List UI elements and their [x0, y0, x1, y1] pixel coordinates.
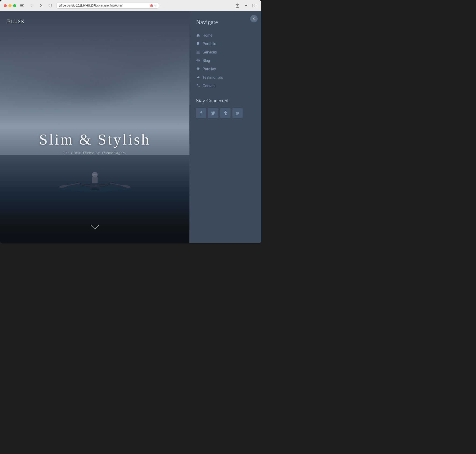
nav-item-testimonials: Testimonials — [196, 73, 255, 82]
browser-content: Flusk — [0, 11, 261, 243]
navigation-sidebar: × Navigate Home — [189, 11, 261, 243]
nav-item-blog: W Blog — [196, 57, 255, 65]
nav-item-home: Home — [196, 31, 255, 40]
svg-rect-14 — [196, 52, 200, 52]
back-button[interactable] — [28, 2, 35, 9]
hero-title: Slim & Stylish — [0, 131, 189, 148]
hero-background — [0, 11, 189, 243]
svg-rect-10 — [92, 177, 98, 183]
site-logo[interactable]: Flusk — [7, 18, 25, 25]
nav-link-portfolio[interactable]: Portfolio — [196, 42, 255, 46]
nav-link-services[interactable]: Services — [196, 50, 255, 54]
nav-link-parallax[interactable]: Parallax — [196, 67, 255, 71]
share-button[interactable] — [234, 2, 241, 9]
nav-label-blog: Blog — [203, 59, 210, 63]
navigate-heading: Navigate — [196, 19, 255, 26]
bookmark-icon — [196, 42, 200, 46]
traffic-lights — [4, 4, 16, 7]
twitter-button[interactable] — [208, 108, 218, 118]
nav-label-parallax: Parallax — [203, 67, 216, 71]
address-bar[interactable]: s/free-bundle-2023/046%20Flusk-master/in… — [56, 3, 159, 9]
maximize-traffic-light[interactable] — [13, 4, 16, 7]
hero-section: Flusk — [0, 11, 189, 243]
forward-button[interactable] — [38, 2, 44, 9]
url-text: s/free-bundle-2023/046%20Flusk-master/in… — [59, 4, 149, 7]
nav-item-parallax: Parallax — [196, 65, 255, 73]
facebook-button[interactable] — [196, 108, 206, 118]
nav-list: Home Portfolio — [196, 31, 255, 90]
nav-link-home[interactable]: Home — [196, 33, 255, 38]
google-plus-button[interactable]: g+ — [232, 108, 243, 118]
nav-link-contact[interactable]: Contact — [196, 84, 255, 88]
scroll-down-indicator[interactable] — [91, 225, 99, 231]
close-nav-button[interactable]: × — [250, 15, 258, 23]
nav-link-testimonials[interactable]: Testimonials — [196, 76, 255, 80]
svg-point-7 — [59, 184, 68, 188]
nav-label-testimonials: Testimonials — [203, 76, 223, 80]
svg-rect-0 — [20, 4, 24, 5]
svg-text:W: W — [197, 60, 199, 62]
svg-rect-2 — [20, 7, 24, 7]
svg-point-9 — [122, 184, 131, 188]
nav-link-blog[interactable]: W Blog — [196, 59, 255, 63]
nav-label-services: Services — [203, 50, 217, 54]
hero-text-block: Slim & Stylish The Flusk Theme By ThemeW… — [0, 131, 189, 155]
new-tab-button[interactable]: + — [243, 2, 249, 9]
nav-label-home: Home — [203, 33, 212, 38]
sidebar-toggle-button[interactable] — [19, 2, 25, 9]
svg-rect-1 — [20, 5, 23, 6]
minimize-traffic-light[interactable] — [8, 4, 11, 7]
home-icon — [196, 34, 200, 38]
phone-icon — [196, 84, 200, 88]
svg-rect-3 — [252, 4, 256, 7]
nav-item-services: Services — [196, 48, 255, 57]
svg-rect-15 — [196, 53, 200, 53]
nav-item-contact: Contact — [196, 82, 255, 90]
shield-icon — [47, 2, 53, 9]
sidebar-button[interactable] — [251, 2, 258, 9]
thumbsup-icon — [196, 76, 200, 80]
nav-item-portfolio: Portfolio — [196, 40, 255, 48]
social-icons-group: g+ — [196, 108, 255, 118]
nav-label-contact: Contact — [203, 84, 215, 88]
tumblr-button[interactable] — [220, 108, 231, 118]
blog-icon: W — [196, 59, 200, 63]
browser-actions: + — [234, 2, 258, 9]
boat-illustration — [57, 155, 132, 192]
services-icon — [196, 50, 200, 54]
hero-subtitle: The Flusk Theme By ThemeWagon. — [0, 151, 189, 155]
stay-connected-heading: Stay Connected — [196, 98, 255, 104]
svg-rect-18 — [197, 77, 198, 78]
browser-chrome: s/free-bundle-2023/046%20Flusk-master/in… — [0, 0, 261, 11]
address-bar-icons: 🎯 ↺ — [150, 4, 157, 7]
nav-label-portfolio: Portfolio — [203, 42, 216, 46]
svg-rect-13 — [196, 51, 200, 51]
close-traffic-light[interactable] — [4, 4, 7, 7]
svg-point-12 — [90, 188, 99, 190]
heart-icon — [196, 67, 200, 71]
